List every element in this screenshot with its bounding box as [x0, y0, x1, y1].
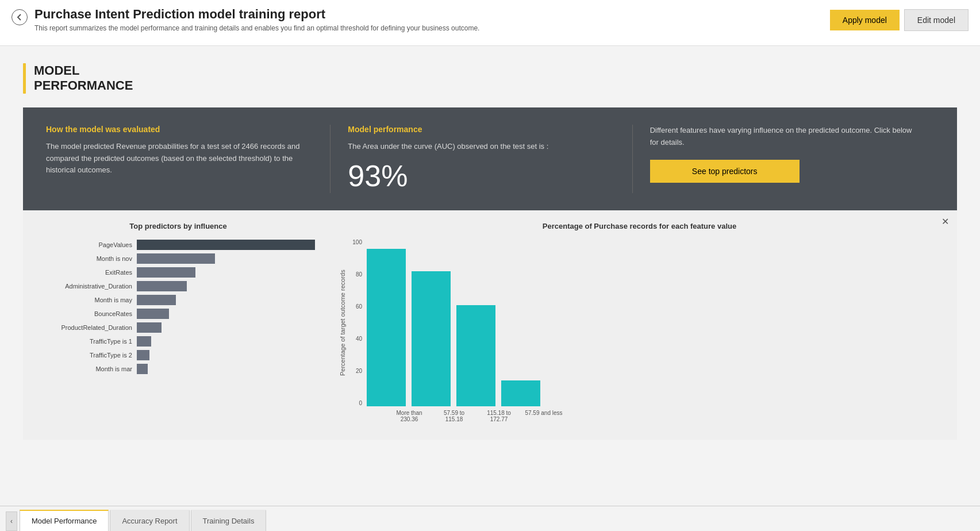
bar-fill: [137, 364, 148, 374]
bar-label: ProductRelated_Duration: [40, 324, 132, 331]
bar-fill: [137, 253, 215, 264]
page-header: Purchase Intent Prediction model trainin…: [0, 0, 980, 46]
y-label: 0: [348, 401, 362, 406]
bar-label: TrafficType is 1: [40, 338, 132, 345]
page-subtitle: This report summarizes the model perform…: [34, 24, 479, 32]
bar-fill: [137, 295, 176, 305]
bar-container: [137, 350, 316, 360]
header-actions: Apply model Edit model: [830, 9, 969, 31]
bar-row: Administrative_Duration: [40, 281, 316, 291]
feature-chart: Percentage of Purchase records for each …: [339, 222, 940, 422]
y-label: 100: [348, 240, 362, 245]
tab-item[interactable]: Model Performance: [20, 510, 109, 531]
performance-title: Model performance: [348, 125, 614, 134]
header-title-block: Purchase Intent Prediction model trainin…: [34, 7, 479, 32]
vbar-col: [456, 245, 495, 406]
vbar-col: [367, 245, 406, 406]
bar-row: ProductRelated_Duration: [40, 322, 316, 333]
tabs-container: Model PerformanceAccuracy ReportTraining…: [20, 510, 267, 531]
bar-label: Month is nov: [40, 255, 132, 262]
auc-value: 93%: [348, 159, 614, 193]
y-label: 20: [348, 368, 362, 374]
bar-fill: [137, 336, 151, 347]
x-labels: More than 230.3657.59 to 115.18115.18 to…: [339, 410, 940, 422]
features-text: Different features have varying influenc…: [650, 125, 917, 149]
edit-model-button[interactable]: Edit model: [904, 9, 969, 31]
bar-container: [137, 336, 316, 347]
bar-row: PageValues: [40, 240, 316, 250]
bar-row: Month is may: [40, 295, 316, 305]
x-label: 57.59 to 115.18: [435, 410, 474, 422]
y-labels: 100806040200: [348, 240, 362, 406]
section-title-block: MODEL PERFORMANCE: [23, 63, 957, 94]
y-label: 40: [348, 336, 362, 342]
bar-label: Month is mar: [40, 365, 132, 372]
bar-container: [137, 253, 316, 264]
bar-label: Administrative_Duration: [40, 283, 132, 290]
back-button[interactable]: [11, 9, 28, 25]
bar-fill: [137, 309, 169, 319]
charts-panel: ✕ Top predictors by influence PageValues…: [23, 210, 957, 440]
bar-container: [137, 364, 316, 374]
top-predictors-title: Top predictors by influence: [40, 222, 316, 230]
evaluation-title: How the model was evaluated: [46, 125, 313, 134]
section-title: MODEL PERFORMANCE: [34, 63, 133, 94]
bar-row: TrafficType is 2: [40, 350, 316, 360]
y-label: 80: [348, 272, 362, 278]
bar-chart: PageValuesMonth is novExitRatesAdministr…: [40, 240, 316, 374]
close-button[interactable]: ✕: [941, 216, 949, 227]
bar-row: ExitRates: [40, 267, 316, 278]
vbar-bar: [412, 271, 451, 406]
performance-text: The Area under the curve (AUC) observed …: [348, 141, 614, 153]
bar-container: [137, 295, 316, 305]
info-col-evaluation: How the model was evaluated The model pr…: [46, 125, 330, 193]
bar-fill: [137, 240, 315, 250]
bar-container: [137, 240, 316, 250]
x-label: 115.18 to 172.77: [479, 410, 518, 422]
main-content: MODEL PERFORMANCE How the model was eval…: [0, 46, 980, 506]
bar-label: Month is may: [40, 297, 132, 303]
x-label: More than 230.36: [390, 410, 429, 422]
info-panel: How the model was evaluated The model pr…: [23, 107, 957, 210]
bar-row: BounceRates: [40, 309, 316, 319]
section-title-bar: [23, 63, 26, 94]
vbar-bar: [367, 249, 406, 406]
bottom-tabs: ‹ Model PerformanceAccuracy ReportTraini…: [0, 506, 980, 531]
feature-chart-title: Percentage of Purchase records for each …: [339, 222, 940, 230]
bar-label: BounceRates: [40, 310, 132, 317]
vbar-col: [412, 245, 451, 406]
bar-label: ExitRates: [40, 269, 132, 276]
bar-row: Month is mar: [40, 364, 316, 374]
x-label: 57.59 and less: [524, 410, 563, 422]
bar-container: [137, 281, 316, 291]
vbar-bar: [456, 305, 495, 406]
apply-model-button[interactable]: Apply model: [830, 10, 900, 30]
bar-fill: [137, 322, 162, 333]
bar-container: [137, 309, 316, 319]
bar-label: TrafficType is 2: [40, 352, 132, 359]
bar-fill: [137, 267, 195, 278]
bar-row: TrafficType is 1: [40, 336, 316, 347]
bar-label: PageValues: [40, 241, 132, 248]
bar-fill: [137, 281, 187, 291]
top-predictors-chart: Top predictors by influence PageValuesMo…: [40, 222, 316, 422]
vbar-bar: [501, 380, 540, 406]
y-axis-title: Percentage of target outcome records: [339, 240, 346, 406]
bar-row: Month is nov: [40, 253, 316, 264]
tab-nav-left[interactable]: ‹: [6, 511, 17, 531]
bar-container: [137, 267, 316, 278]
page-title: Purchase Intent Prediction model trainin…: [34, 7, 479, 22]
see-top-predictors-button[interactable]: See top predictors: [650, 160, 800, 183]
evaluation-text: The model predicted Revenue probabilitie…: [46, 141, 313, 176]
info-col-features: Different features have varying influenc…: [633, 125, 934, 193]
vbar-col: [501, 245, 540, 406]
header-left: Purchase Intent Prediction model trainin…: [11, 7, 479, 32]
tab-item[interactable]: Training Details: [191, 510, 267, 531]
bar-fill: [137, 350, 149, 360]
info-col-performance: Model performance The Area under the cur…: [330, 125, 632, 193]
y-label: 60: [348, 304, 362, 310]
tab-item[interactable]: Accuracy Report: [110, 510, 189, 531]
bar-container: [137, 322, 316, 333]
vertical-bars: [367, 240, 540, 406]
